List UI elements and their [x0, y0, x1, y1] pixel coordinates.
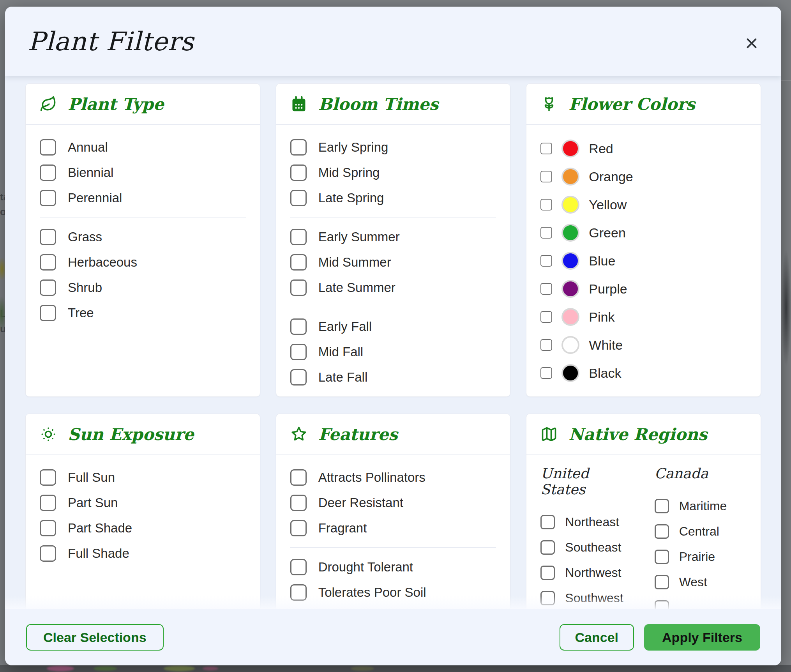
checkbox-biennial[interactable] [40, 164, 56, 181]
filter-option-full-sun[interactable]: Full Sun [40, 465, 246, 490]
checkbox-green[interactable] [540, 227, 552, 239]
color-option-orange[interactable]: Orange [540, 163, 747, 191]
apply-filters-button[interactable]: Apply Filters [644, 624, 760, 651]
filter-option-clipped[interactable] [655, 595, 747, 609]
filter-option-drought-tolerant[interactable]: Drought Tolerant [290, 554, 496, 580]
cancel-button[interactable]: Cancel [560, 624, 634, 651]
checkbox-late-spring[interactable] [290, 190, 307, 206]
color-option-white[interactable]: White [540, 331, 747, 359]
filter-option-part-sun[interactable]: Part Sun [40, 490, 246, 515]
checkbox-shrub[interactable] [40, 279, 56, 296]
option-label: Mid Fall [318, 345, 364, 359]
color-option-purple[interactable]: Purple [540, 275, 747, 303]
filter-option-central[interactable]: Central [655, 519, 747, 544]
checkbox-west[interactable] [655, 575, 669, 589]
checkbox-drought-tolerant[interactable] [290, 559, 307, 575]
filter-option-northeast[interactable]: Northeast [540, 509, 632, 535]
filter-option-late-fall[interactable]: Late Fall [290, 364, 496, 390]
checkbox-late-fall[interactable] [290, 369, 307, 386]
backdrop-bottom-strip [0, 665, 791, 672]
filter-option-part-shade[interactable]: Part Shade [40, 515, 246, 541]
checkbox-blue[interactable] [540, 255, 552, 267]
clear-selections-button[interactable]: Clear Selections [26, 624, 164, 651]
checkbox-perennial[interactable] [40, 190, 56, 206]
option-label: Red [589, 141, 613, 156]
checkbox-southwest[interactable] [540, 591, 555, 605]
checkbox-attracts-pollinators[interactable] [290, 469, 307, 486]
filter-option-annual[interactable]: Annual [40, 134, 246, 160]
checkbox-maritime[interactable] [655, 499, 669, 513]
filter-option-late-summer[interactable]: Late Summer [290, 275, 496, 300]
color-option-pink[interactable]: Pink [540, 303, 747, 331]
color-option-yellow[interactable]: Yellow [540, 191, 747, 219]
filter-option-mid-fall[interactable]: Mid Fall [290, 339, 496, 364]
checkbox-late-summer[interactable] [290, 279, 307, 296]
checkbox-early-summer[interactable] [290, 229, 307, 245]
filter-option-early-fall[interactable]: Early Fall [290, 314, 496, 339]
filter-option-maritime[interactable]: Maritime [655, 493, 747, 519]
color-option-blue[interactable]: Blue [540, 247, 747, 275]
checkbox-early-fall[interactable] [290, 318, 307, 335]
checkbox-northeast[interactable] [540, 515, 555, 529]
checkbox-mid-fall[interactable] [290, 344, 307, 360]
close-button[interactable] [743, 35, 760, 52]
filter-option-herbaceous[interactable]: Herbaceous [40, 249, 246, 275]
checkbox-annual[interactable] [40, 139, 56, 156]
option-label: Shrub [68, 280, 102, 295]
filter-option-prairie[interactable]: Prairie [655, 544, 747, 569]
filter-option-tolerates-poor-soil[interactable]: Tolerates Poor Soil [290, 580, 496, 605]
checkbox-tolerates-poor-soil[interactable] [290, 584, 307, 601]
backdrop-flower-blob [0, 257, 5, 281]
checkbox-herbaceous[interactable] [40, 254, 56, 271]
checkbox-black[interactable] [540, 367, 552, 379]
filter-option-grass[interactable]: Grass [40, 224, 246, 249]
checkbox-fragrant[interactable] [290, 520, 307, 536]
filter-option-northwest[interactable]: Northwest [540, 560, 632, 585]
color-option-green[interactable]: Green [540, 219, 747, 247]
checkbox-deer-resistant[interactable] [290, 495, 307, 511]
checkbox-orange[interactable] [540, 171, 552, 182]
filter-option-attracts-pollinators[interactable]: Attracts Pollinators [290, 465, 496, 490]
filter-option-shrub[interactable]: Shrub [40, 275, 246, 300]
checkbox-white[interactable] [540, 339, 552, 351]
checkbox-full-shade[interactable] [40, 545, 56, 562]
color-option-red[interactable]: Red [540, 134, 747, 163]
checkbox-part-shade[interactable] [40, 520, 56, 536]
region-divider [540, 503, 632, 503]
color-option-black[interactable]: Black [540, 359, 747, 387]
checkbox-red[interactable] [540, 143, 552, 154]
checkbox-prairie[interactable] [655, 550, 669, 564]
checkbox-grass[interactable] [40, 229, 56, 245]
checkbox-tree[interactable] [40, 305, 56, 321]
checkbox-part-sun[interactable] [40, 495, 56, 511]
checkbox-clipped[interactable] [655, 600, 669, 609]
filter-option-biennial[interactable]: Biennial [40, 160, 246, 185]
checkbox-southeast[interactable] [540, 540, 555, 555]
checkbox-central[interactable] [655, 524, 669, 539]
filter-option-late-spring[interactable]: Late Spring [290, 185, 496, 210]
checkbox-purple[interactable] [540, 283, 552, 295]
calendar-icon [290, 95, 307, 113]
checkbox-early-spring[interactable] [290, 139, 307, 156]
checkbox-mid-summer[interactable] [290, 254, 307, 271]
option-label: Orange [589, 169, 633, 184]
filter-option-mid-summer[interactable]: Mid Summer [290, 249, 496, 275]
filter-option-full-shade[interactable]: Full Shade [40, 541, 246, 566]
filter-option-fragrant[interactable]: Fragrant [290, 515, 496, 541]
filter-option-perennial[interactable]: Perennial [40, 185, 246, 210]
filter-option-mid-spring[interactable]: Mid Spring [290, 160, 496, 185]
checkbox-full-sun[interactable] [40, 469, 56, 486]
filter-option-southwest[interactable]: Southwest [540, 585, 632, 609]
checkbox-northwest[interactable] [540, 566, 555, 580]
filter-option-tree[interactable]: Tree [40, 300, 246, 325]
filter-option-deer-resistant[interactable]: Deer Resistant [290, 490, 496, 515]
card-plant-type: Plant Type AnnualBiennialPerennialGrassH… [25, 83, 260, 397]
checkbox-yellow[interactable] [540, 199, 552, 210]
filter-option-west[interactable]: West [655, 569, 747, 595]
filter-option-early-spring[interactable]: Early Spring [290, 134, 496, 160]
filter-option-early-summer[interactable]: Early Summer [290, 224, 496, 249]
checkbox-pink[interactable] [540, 311, 552, 323]
filter-option-southeast[interactable]: Southeast [540, 535, 632, 560]
color-option-list: RedOrangeYellowGreenBluePurplePinkWhiteB… [526, 125, 761, 387]
checkbox-mid-spring[interactable] [290, 164, 307, 181]
